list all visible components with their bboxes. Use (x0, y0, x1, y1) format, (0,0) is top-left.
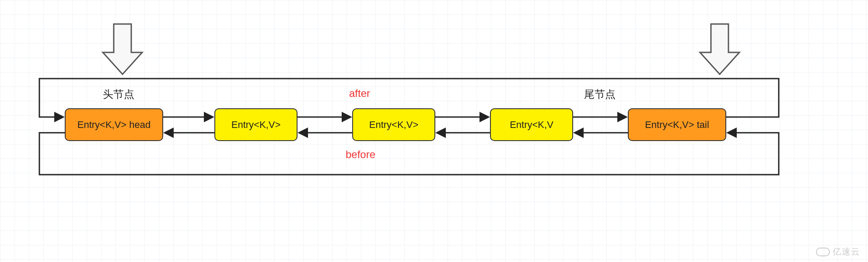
diagram-stage: 头节点 尾节点 after before Entry<K,V> head Ent… (0, 0, 868, 262)
node-text: Entry<K,V> tail (645, 119, 709, 131)
watermark: 亿速云 (816, 246, 860, 258)
linked-list-node: Entry<K,V> (352, 108, 435, 141)
linked-list-node: Entry<K,V> (214, 108, 298, 141)
tail-pointer-arrow-icon (700, 24, 739, 74)
head-node-label: 头节点 (103, 87, 134, 101)
watermark-logo-icon (816, 248, 830, 256)
before-pointer-label: before (346, 148, 375, 161)
watermark-text: 亿速云 (833, 246, 860, 258)
head-pointer-arrow-icon (103, 24, 142, 74)
tail-node-label: 尾节点 (584, 87, 616, 101)
after-pointer-label: after (349, 87, 370, 100)
linked-list-node: Entry<K,V (490, 108, 573, 141)
node-text: Entry<K,V (510, 119, 553, 131)
node-text: Entry<K,V> head (77, 119, 151, 131)
linked-list-head-node: Entry<K,V> head (65, 108, 163, 141)
node-text: Entry<K,V> (369, 119, 419, 131)
node-text: Entry<K,V> (231, 119, 281, 131)
linked-list-tail-node: Entry<K,V> tail (628, 108, 726, 141)
